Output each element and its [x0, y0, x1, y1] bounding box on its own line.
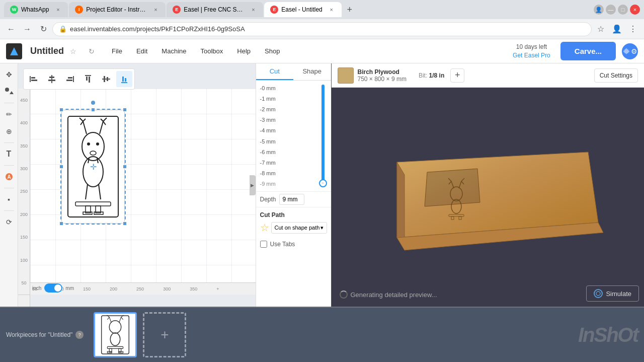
ruler-vertical: 45040035030025020015010050 [18, 89, 30, 295]
profile-icon[interactable]: 👤 [594, 5, 604, 15]
tool-history[interactable]: ⟳ [2, 215, 16, 229]
left-toolbar: ✥ ✏ ⊕ T A ▪ ⟳ [0, 63, 18, 307]
cut-path-dropdown[interactable]: Cut on shape path ▾ [271, 222, 327, 234]
app: Untitled ☆ ↻ File Edit Machine Toolbox H… [0, 39, 644, 362]
tool-text[interactable]: T [2, 147, 16, 161]
tool-separator-4 [4, 188, 14, 188]
align-top-btn[interactable] [80, 71, 96, 87]
align-right-btn[interactable] [62, 71, 78, 87]
new-tab-button[interactable]: + [343, 3, 357, 17]
minimize-icon[interactable]: — [606, 5, 616, 15]
menu-file[interactable]: File [107, 44, 127, 58]
depth-input-field[interactable]: 9 mm [279, 194, 304, 205]
cut-tab-cut[interactable]: Cut [256, 63, 294, 80]
days-left-text: 10 days left [516, 43, 547, 50]
use-tabs-checkbox[interactable] [260, 241, 267, 248]
resize-handle-bl[interactable] [59, 222, 63, 226]
menu-help[interactable]: Help [232, 44, 256, 58]
close-window-icon[interactable]: × [630, 5, 640, 15]
resize-handle-ml[interactable] [59, 165, 63, 169]
align-bottom-btn[interactable] [116, 71, 132, 87]
profile-nav-icon[interactable]: 👤 [610, 22, 624, 36]
whatsapp-tab-label: WhatsApp [21, 6, 49, 13]
tab-whatsapp[interactable]: W WhatsApp × [4, 2, 68, 17]
resize-handle-mr[interactable] [123, 165, 127, 169]
right-panel: Birch Plywood 750 × 800 × 9 mm Bit: 1/8 … [331, 63, 645, 307]
workpiece-add-button[interactable]: + [143, 312, 186, 357]
menu-machine[interactable]: Machine [156, 44, 191, 58]
tool-node[interactable]: ⊕ [2, 124, 16, 138]
slider-thumb[interactable]: − [319, 179, 327, 187]
menu-edit[interactable]: Edit [131, 44, 152, 58]
settings-icon-button[interactable]: ⚙ [622, 43, 638, 59]
address-bar[interactable]: 🔒 easel.inventables.com/projects/PkF1CPo… [52, 22, 592, 36]
carve-button[interactable]: Carve... [560, 42, 616, 60]
reload-button[interactable]: ↻ [36, 22, 50, 36]
add-button[interactable]: + [450, 68, 464, 83]
align-center-btn[interactable] [44, 71, 60, 87]
tool-import[interactable]: A [2, 170, 16, 184]
canvas-grid[interactable]: ✛ [30, 89, 256, 295]
cut-settings-button[interactable]: Cut Settings [594, 68, 638, 83]
svg-rect-11 [73, 76, 74, 82]
cut-path-value: Cut on shape path [275, 225, 320, 231]
workpiece-help-icon[interactable]: ? [75, 331, 84, 339]
maximize-icon[interactable]: □ [618, 5, 628, 15]
simulate-button[interactable]: Simulate [586, 285, 639, 302]
svg-point-53 [596, 292, 600, 296]
resize-handle-br[interactable] [123, 222, 127, 226]
workpieces-text: Workpieces for "Untitled" [6, 331, 72, 338]
depth-0mm: -0 mm [256, 83, 315, 93]
easel-inv-tab-close[interactable]: × [249, 6, 257, 14]
move-handle[interactable]: ✛ [90, 162, 97, 172]
tool-pen[interactable]: ✏ [2, 107, 16, 121]
use-tabs-row: Use Tabs [256, 238, 331, 251]
forward-button[interactable]: → [20, 22, 34, 36]
get-pro-link[interactable]: Get Easel Pro [513, 52, 550, 59]
cut-tab-shape[interactable]: Shape [293, 63, 331, 80]
resize-handle-tr[interactable] [123, 108, 127, 112]
align-middle-btn[interactable] [98, 71, 114, 87]
svg-rect-19 [107, 77, 108, 81]
tab-bar: W WhatsApp × I Project Editor - Instruct… [0, 0, 644, 19]
menu-icon[interactable]: ⋮ [626, 22, 640, 36]
easel-inv-favicon: E [173, 6, 181, 14]
svg-rect-22 [125, 78, 126, 82]
tab-easel-inv[interactable]: E Easel | Free CNC Software | Inve... × [167, 2, 263, 17]
back-button[interactable]: ← [4, 22, 18, 36]
workpiece-1-thumbnail[interactable] [94, 312, 137, 357]
tab-instructables[interactable]: I Project Editor - Instructables × [69, 2, 166, 17]
menu-shop[interactable]: Shop [260, 44, 285, 58]
bookmark-icon[interactable]: ☆ [594, 22, 608, 36]
easel-untitled-tab-close[interactable]: × [328, 6, 336, 14]
svg-rect-33 [75, 202, 111, 206]
app-logo [6, 43, 22, 59]
svg-line-57 [108, 317, 110, 320]
cut-path-title: Cut Path [260, 211, 327, 219]
svg-rect-15 [86, 77, 88, 81]
title-refresh-icon[interactable]: ↻ [89, 47, 95, 55]
tool-separator-3 [4, 165, 14, 166]
slider-track-area[interactable]: − [318, 85, 328, 187]
rotation-handle[interactable] [91, 101, 95, 105]
canvas-object[interactable]: ✛ [60, 109, 126, 225]
instructables-tab-close[interactable]: × [151, 6, 159, 14]
resize-handle-tl[interactable] [59, 108, 63, 112]
svg-rect-20 [121, 82, 127, 83]
unit-toggle-switch[interactable] [44, 283, 62, 293]
tool-separator-5 [4, 210, 14, 211]
whatsapp-tab-close[interactable]: × [54, 6, 62, 14]
tool-fill[interactable]: ▪ [2, 192, 16, 206]
3d-preview[interactable]: Generating detailed preview... Simulate [332, 88, 645, 307]
tool-separator-2 [4, 142, 14, 143]
align-left-btn[interactable] [26, 71, 42, 87]
tool-shapes[interactable] [2, 85, 16, 99]
title-star-icon[interactable]: ☆ [70, 47, 76, 55]
panel-collapse-right[interactable]: ▶ [250, 175, 256, 195]
tab-easel-untitled[interactable]: E Easel - Untitled × [264, 2, 341, 17]
menu-toolbox[interactable]: Toolbox [196, 44, 228, 58]
svg-rect-5 [30, 76, 31, 82]
toggle-knob [54, 284, 61, 292]
resize-handle-top[interactable] [91, 108, 95, 112]
tool-select[interactable]: ✥ [2, 67, 16, 82]
